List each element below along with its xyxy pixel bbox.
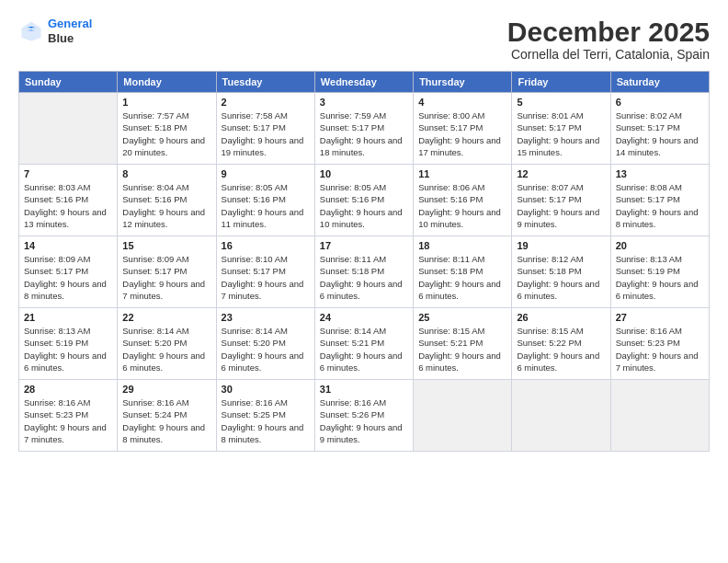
calendar-cell: 21Sunrise: 8:13 AMSunset: 5:19 PMDayligh…: [19, 308, 118, 380]
weekday-header: Thursday: [414, 72, 512, 93]
day-info: Sunrise: 8:14 AMSunset: 5:20 PMDaylight:…: [222, 325, 310, 373]
weekday-header: Saturday: [610, 72, 709, 93]
calendar-cell: 1Sunrise: 7:57 AMSunset: 5:18 PMDaylight…: [118, 93, 216, 165]
day-info: Sunrise: 8:11 AMSunset: 5:18 PMDaylight:…: [418, 253, 506, 302]
day-number: 7: [24, 168, 112, 179]
calendar-week-row: 28Sunrise: 8:16 AMSunset: 5:23 PMDayligh…: [19, 380, 710, 452]
weekday-header: Wednesday: [314, 72, 413, 93]
calendar-cell: 28Sunrise: 8:16 AMSunset: 5:23 PMDayligh…: [19, 380, 118, 452]
svg-marker-0: [22, 21, 41, 40]
day-info: Sunrise: 8:01 AMSunset: 5:17 PMDaylight:…: [517, 109, 605, 158]
day-info: Sunrise: 8:12 AMSunset: 5:18 PMDaylight:…: [517, 253, 605, 302]
day-number: 25: [418, 312, 506, 323]
calendar-header-row: SundayMondayTuesdayWednesdayThursdayFrid…: [19, 72, 710, 93]
day-info: Sunrise: 8:13 AMSunset: 5:19 PMDaylight:…: [24, 325, 112, 373]
day-number: 21: [24, 312, 112, 323]
calendar-week-row: 21Sunrise: 8:13 AMSunset: 5:19 PMDayligh…: [19, 308, 710, 380]
logo-text: General Blue: [48, 17, 92, 45]
calendar-cell: 19Sunrise: 8:12 AMSunset: 5:18 PMDayligh…: [512, 236, 610, 308]
day-number: 29: [122, 384, 210, 395]
calendar-cell: [512, 380, 610, 452]
day-number: 20: [616, 240, 704, 251]
day-info: Sunrise: 8:13 AMSunset: 5:19 PMDaylight:…: [616, 253, 704, 302]
day-number: 11: [418, 168, 506, 179]
day-number: 26: [517, 312, 605, 323]
weekday-header: Tuesday: [216, 72, 314, 93]
calendar-cell: 8Sunrise: 8:04 AMSunset: 5:16 PMDaylight…: [118, 165, 216, 236]
day-info: Sunrise: 8:10 AMSunset: 5:17 PMDaylight:…: [222, 253, 310, 302]
calendar-week-row: 14Sunrise: 8:09 AMSunset: 5:17 PMDayligh…: [19, 236, 710, 308]
day-number: 12: [517, 168, 605, 179]
calendar-cell: 3Sunrise: 7:59 AMSunset: 5:17 PMDaylight…: [314, 93, 413, 165]
calendar-cell: 14Sunrise: 8:09 AMSunset: 5:17 PMDayligh…: [19, 236, 118, 308]
calendar-cell: 4Sunrise: 8:00 AMSunset: 5:17 PMDaylight…: [414, 93, 512, 165]
location: Cornella del Terri, Catalonia, Spain: [507, 47, 710, 62]
day-info: Sunrise: 8:07 AMSunset: 5:17 PMDaylight:…: [517, 181, 605, 230]
day-number: 19: [517, 240, 605, 251]
day-number: 6: [616, 97, 704, 108]
day-info: Sunrise: 8:05 AMSunset: 5:16 PMDaylight:…: [222, 181, 310, 230]
day-info: Sunrise: 7:57 AMSunset: 5:18 PMDaylight:…: [122, 109, 210, 158]
day-number: 13: [616, 168, 704, 179]
calendar-cell: 9Sunrise: 8:05 AMSunset: 5:16 PMDaylight…: [216, 165, 314, 236]
day-number: 2: [222, 97, 310, 108]
day-info: Sunrise: 8:11 AMSunset: 5:18 PMDaylight:…: [320, 253, 408, 302]
day-number: 3: [320, 97, 408, 108]
header: General Blue December 2025 Cornella del …: [18, 17, 710, 62]
month-title: December 2025: [507, 17, 710, 47]
day-number: 22: [122, 312, 210, 323]
day-info: Sunrise: 8:15 AMSunset: 5:22 PMDaylight:…: [517, 325, 605, 373]
calendar-cell: 23Sunrise: 8:14 AMSunset: 5:20 PMDayligh…: [216, 308, 314, 380]
day-info: Sunrise: 8:00 AMSunset: 5:17 PMDaylight:…: [418, 109, 506, 158]
day-info: Sunrise: 8:16 AMSunset: 5:23 PMDaylight:…: [24, 396, 112, 445]
day-number: 8: [122, 168, 210, 179]
calendar-cell: 11Sunrise: 8:06 AMSunset: 5:16 PMDayligh…: [414, 165, 512, 236]
calendar-cell: 31Sunrise: 8:16 AMSunset: 5:26 PMDayligh…: [314, 380, 413, 452]
day-number: 17: [320, 240, 408, 251]
day-number: 14: [24, 240, 112, 251]
day-info: Sunrise: 8:14 AMSunset: 5:20 PMDaylight:…: [122, 325, 210, 373]
calendar-cell: 12Sunrise: 8:07 AMSunset: 5:17 PMDayligh…: [512, 165, 610, 236]
day-info: Sunrise: 7:59 AMSunset: 5:17 PMDaylight:…: [320, 109, 408, 158]
day-number: 1: [122, 97, 210, 108]
day-info: Sunrise: 8:14 AMSunset: 5:21 PMDaylight:…: [320, 325, 408, 373]
weekday-header: Sunday: [19, 72, 118, 93]
calendar-cell: 26Sunrise: 8:15 AMSunset: 5:22 PMDayligh…: [512, 308, 610, 380]
calendar-cell: 25Sunrise: 8:15 AMSunset: 5:21 PMDayligh…: [414, 308, 512, 380]
day-info: Sunrise: 8:02 AMSunset: 5:17 PMDaylight:…: [616, 109, 704, 158]
day-number: 15: [122, 240, 210, 251]
logo-icon: [18, 18, 44, 44]
day-number: 28: [24, 384, 112, 395]
day-info: Sunrise: 8:15 AMSunset: 5:21 PMDaylight:…: [418, 325, 506, 373]
calendar-table: SundayMondayTuesdayWednesdayThursdayFrid…: [18, 71, 710, 452]
weekday-header: Monday: [118, 72, 216, 93]
day-info: Sunrise: 8:03 AMSunset: 5:16 PMDaylight:…: [24, 181, 112, 230]
day-info: Sunrise: 8:06 AMSunset: 5:16 PMDaylight:…: [418, 181, 506, 230]
day-info: Sunrise: 8:05 AMSunset: 5:16 PMDaylight:…: [320, 181, 408, 230]
calendar-cell: 16Sunrise: 8:10 AMSunset: 5:17 PMDayligh…: [216, 236, 314, 308]
calendar-cell: 7Sunrise: 8:03 AMSunset: 5:16 PMDaylight…: [19, 165, 118, 236]
calendar-cell: 17Sunrise: 8:11 AMSunset: 5:18 PMDayligh…: [314, 236, 413, 308]
calendar-cell: 2Sunrise: 7:58 AMSunset: 5:17 PMDaylight…: [216, 93, 314, 165]
day-info: Sunrise: 8:16 AMSunset: 5:24 PMDaylight:…: [122, 396, 210, 445]
day-number: 23: [222, 312, 310, 323]
day-number: 31: [320, 384, 408, 395]
title-block: December 2025 Cornella del Terri, Catalo…: [507, 17, 710, 62]
day-info: Sunrise: 8:16 AMSunset: 5:23 PMDaylight:…: [616, 325, 704, 373]
day-info: Sunrise: 8:09 AMSunset: 5:17 PMDaylight:…: [122, 253, 210, 302]
day-number: 10: [320, 168, 408, 179]
calendar-cell: 13Sunrise: 8:08 AMSunset: 5:17 PMDayligh…: [610, 165, 709, 236]
calendar-cell: 6Sunrise: 8:02 AMSunset: 5:17 PMDaylight…: [610, 93, 709, 165]
calendar-cell: 10Sunrise: 8:05 AMSunset: 5:16 PMDayligh…: [314, 165, 413, 236]
calendar-cell: 29Sunrise: 8:16 AMSunset: 5:24 PMDayligh…: [118, 380, 216, 452]
day-number: 24: [320, 312, 408, 323]
calendar-cell: 22Sunrise: 8:14 AMSunset: 5:20 PMDayligh…: [118, 308, 216, 380]
calendar-cell: 27Sunrise: 8:16 AMSunset: 5:23 PMDayligh…: [610, 308, 709, 380]
day-number: 18: [418, 240, 506, 251]
calendar-cell: [19, 93, 118, 165]
day-number: 4: [418, 97, 506, 108]
weekday-header: Friday: [512, 72, 610, 93]
day-info: Sunrise: 8:04 AMSunset: 5:16 PMDaylight:…: [122, 181, 210, 230]
calendar-cell: 18Sunrise: 8:11 AMSunset: 5:18 PMDayligh…: [414, 236, 512, 308]
day-number: 27: [616, 312, 704, 323]
